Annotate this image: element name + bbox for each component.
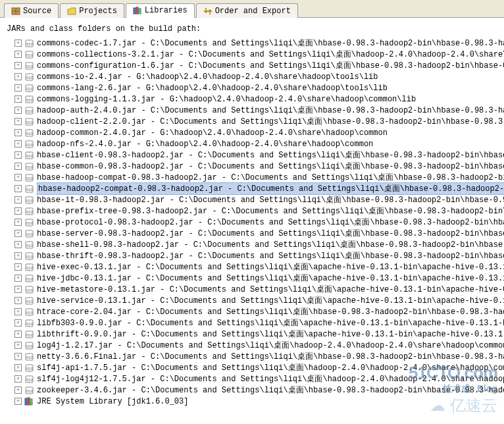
expand-icon[interactable]: +: [14, 353, 22, 360]
jar-entry[interactable]: +htrace-core-2.04.jar - C:\Documents and…: [5, 306, 500, 317]
jar-label: hbase-protocol-0.98.3-hadoop2.jar - C:\D…: [37, 217, 504, 228]
jar-label: htrace-core-2.04.jar - C:\Documents and …: [37, 306, 504, 317]
jar-label: hbase-thrift-0.98.3-hadoop2.jar - C:\Doc…: [37, 250, 504, 261]
expand-icon[interactable]: +: [14, 364, 22, 371]
jar-entry[interactable]: +commons-codec-1.7.jar - C:\Documents an…: [5, 38, 500, 49]
tab-order-and-export[interactable]: Order and Export: [196, 3, 298, 18]
jar-label: hbase-common-0.98.3-hadoop2.jar - C:\Doc…: [37, 161, 504, 172]
tab-projects[interactable]: Projects: [60, 3, 124, 18]
tab-label: Libraries: [145, 6, 188, 15]
jar-entry[interactable]: +hbase-hadoop2-compat-0.98.3-hadoop2.jar…: [5, 183, 500, 194]
expand-icon[interactable]: +: [14, 84, 22, 92]
expand-icon[interactable]: +: [14, 308, 22, 315]
expand-icon[interactable]: +: [14, 342, 22, 349]
jar-entry[interactable]: +hbase-it-0.98.3-hadoop2.jar - C:\Docume…: [5, 194, 500, 205]
jar-label: hive-exec-0.13.1.jar - C:\Documents and …: [37, 261, 504, 273]
expand-icon[interactable]: +: [14, 398, 22, 405]
jar-entry[interactable]: +commons-configuration-1.6.jar - C:\Docu…: [5, 60, 500, 71]
jar-entry[interactable]: +hadoop-nfs-2.4.0.jar - G:\hadoop\2.4.0\…: [5, 138, 500, 149]
expand-icon[interactable]: +: [14, 40, 22, 47]
folder-open-icon: [67, 7, 76, 15]
expand-icon[interactable]: +: [14, 386, 22, 394]
expand-icon[interactable]: +: [14, 151, 22, 159]
jar-entry[interactable]: +hive-jdbc-0.13.1.jar - C:\Documents and…: [5, 273, 500, 284]
jar-label: hive-jdbc-0.13.1.jar - C:\Documents and …: [37, 273, 504, 284]
jar-icon: [24, 128, 34, 137]
jar-entry[interactable]: +libfb303-0.9.0.jar - C:\Documents and S…: [5, 317, 500, 329]
expand-icon[interactable]: +: [14, 196, 22, 203]
jar-label: hadoop-common-2.4.0.jar - G:\hadoop\2.4.…: [37, 128, 388, 138]
jar-entry[interactable]: +log4j-1.2.17.jar - C:\Documents and Set…: [5, 340, 500, 351]
jar-entry[interactable]: +hadoop-common-2.4.0.jar - G:\hadoop\2.4…: [5, 127, 500, 138]
jar-entry[interactable]: +hbase-thrift-0.98.3-hadoop2.jar - C:\Do…: [5, 250, 500, 261]
jar-icon: [24, 307, 34, 316]
jar-entry[interactable]: +zookeeper-3.4.6.jar - C:\Documents and …: [5, 384, 500, 396]
jar-entry[interactable]: +slf4j-log4j12-1.7.5.jar - C:\Documents …: [5, 373, 500, 384]
jar-entry[interactable]: +libthrift-0.9.0.jar - C:\Documents and …: [5, 329, 500, 340]
expand-icon[interactable]: +: [14, 275, 22, 282]
jar-label: commons-configuration-1.6.jar - C:\Docum…: [37, 60, 504, 71]
expand-icon[interactable]: +: [14, 185, 22, 192]
expand-icon[interactable]: +: [14, 118, 22, 125]
jar-entry[interactable]: +hadoop-client-2.2.0.jar - C:\Documents …: [5, 116, 500, 127]
expand-icon[interactable]: +: [14, 163, 22, 170]
expand-icon[interactable]: +: [14, 263, 22, 271]
tab-libraries[interactable]: Libraries: [126, 3, 195, 18]
jar-icon: [24, 296, 34, 305]
jar-tree[interactable]: +commons-codec-1.7.jar - C:\Documents an…: [4, 38, 500, 407]
jar-icon: [24, 240, 34, 249]
jar-entry[interactable]: +hive-service-0.13.1.jar - C:\Documents …: [5, 295, 500, 306]
jar-label: zookeeper-3.4.6.jar - C:\Documents and S…: [37, 384, 504, 396]
jar-entry[interactable]: +hive-metastore-0.13.1.jar - C:\Document…: [5, 284, 500, 295]
expand-icon[interactable]: +: [14, 51, 22, 58]
jar-icon: [24, 39, 34, 47]
jar-icon: [24, 218, 34, 226]
expand-icon[interactable]: +: [14, 73, 22, 80]
expand-icon[interactable]: +: [14, 129, 22, 136]
expand-icon[interactable]: +: [14, 375, 22, 383]
expand-icon[interactable]: +: [14, 174, 22, 181]
jar-entry[interactable]: +hbase-hadoop-compat-0.98.3-hadoop2.jar …: [5, 172, 500, 183]
jar-entry[interactable]: +hbase-protocol-0.98.3-hadoop2.jar - C:\…: [5, 217, 500, 228]
jar-entry[interactable]: +hbase-prefix-tree-0.98.3-hadoop2.jar - …: [5, 205, 500, 217]
expand-icon[interactable]: +: [14, 207, 22, 215]
jar-entry[interactable]: +netty-3.6.6.Final.jar - C:\Documents an…: [5, 351, 500, 362]
jre-system-library[interactable]: +JRE System Library [jdk1.6.0_03]: [5, 396, 500, 407]
jar-label: commons-logging-1.1.3.jar - G:\hadoop\2.…: [37, 95, 416, 104]
jar-entry[interactable]: +commons-logging-1.1.3.jar - G:\hadoop\2…: [5, 93, 500, 105]
expand-icon[interactable]: +: [14, 230, 22, 237]
jar-entry[interactable]: +hadoop-auth-2.4.0.jar - C:\Documents an…: [5, 105, 500, 116]
jar-entry[interactable]: +hive-exec-0.13.1.jar - C:\Documents and…: [5, 261, 500, 273]
jar-entry[interactable]: +slf4j-api-1.7.5.jar - C:\Documents and …: [5, 362, 500, 373]
expand-icon[interactable]: +: [14, 219, 22, 226]
jar-icon: [24, 95, 34, 103]
jar-label: hbase-hadoop-compat-0.98.3-hadoop2.jar -…: [37, 172, 504, 183]
expand-icon[interactable]: +: [14, 140, 22, 147]
jar-label: commons-io-2.4.jar - G:\hadoop\2.4.0\had…: [37, 72, 378, 82]
expand-icon[interactable]: +: [14, 331, 22, 338]
tab-label: Source: [23, 7, 51, 16]
jar-icon: [24, 319, 34, 327]
jar-icon: [24, 285, 34, 294]
tab-source[interactable]: Source: [4, 3, 59, 18]
jar-entry[interactable]: +hbase-client-0.98.3-hadoop2.jar - C:\Do…: [5, 149, 500, 161]
expand-icon[interactable]: +: [14, 286, 22, 293]
jar-label: hadoop-client-2.2.0.jar - C:\Documents a…: [37, 116, 504, 127]
jar-label: hive-service-0.13.1.jar - C:\Documents a…: [37, 295, 504, 306]
jar-entry[interactable]: +hbase-server-0.98.3-hadoop2.jar - C:\Do…: [5, 228, 500, 239]
expand-icon[interactable]: +: [14, 297, 22, 304]
expand-icon[interactable]: +: [14, 319, 22, 327]
jar-icon: [24, 363, 34, 372]
jar-entry[interactable]: +commons-io-2.4.jar - G:\hadoop\2.4.0\ha…: [5, 71, 500, 82]
expand-icon[interactable]: +: [14, 107, 22, 114]
jar-entry[interactable]: +hbase-common-0.98.3-hadoop2.jar - C:\Do…: [5, 161, 500, 172]
expand-icon[interactable]: +: [14, 62, 22, 69]
jar-label: hbase-shell-0.98.3-hadoop2.jar - C:\Docu…: [37, 239, 504, 250]
jar-entry[interactable]: +hbase-shell-0.98.3-hadoop2.jar - C:\Doc…: [5, 239, 500, 250]
jar-entry[interactable]: +commons-lang-2.6.jar - G:\hadoop\2.4.0\…: [5, 82, 500, 93]
jar-entry[interactable]: +commons-collections-3.2.1.jar - C:\Docu…: [5, 49, 500, 60]
jar-label: hbase-it-0.98.3-hadoop2.jar - C:\Documen…: [37, 194, 504, 205]
expand-icon[interactable]: +: [14, 95, 22, 103]
expand-icon[interactable]: +: [14, 252, 22, 259]
expand-icon[interactable]: +: [14, 241, 22, 248]
